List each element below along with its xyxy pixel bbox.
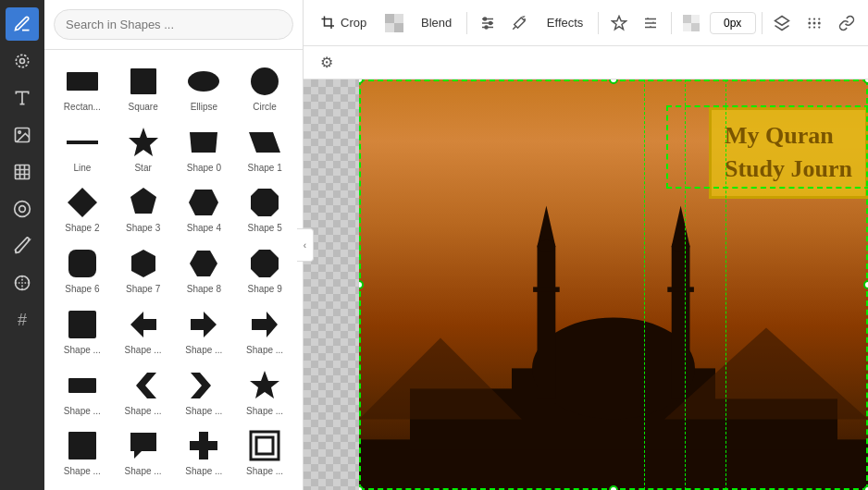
svg-point-8 xyxy=(188,71,219,92)
shape-chevron-right[interactable]: Shape ... xyxy=(176,363,233,421)
dots-icon xyxy=(806,15,823,31)
px-input[interactable] xyxy=(710,12,756,34)
svg-point-54 xyxy=(818,18,820,19)
shape-star[interactable]: Star xyxy=(115,120,172,178)
shape-arrow-left[interactable]: Shape ... xyxy=(115,302,172,360)
gradient-tool-btn[interactable] xyxy=(6,266,39,300)
svg-point-52 xyxy=(808,18,810,19)
image-tool-btn[interactable] xyxy=(6,118,39,152)
brush-tool-btn[interactable] xyxy=(6,229,39,263)
shape-1[interactable]: Shape 1 xyxy=(236,120,293,178)
shape-arrow-right2[interactable]: Shape ... xyxy=(236,302,293,360)
text-tool-btn[interactable] xyxy=(6,81,39,115)
shape-7[interactable]: Shape 7 xyxy=(115,241,172,299)
svg-marker-23 xyxy=(130,312,156,337)
crop-btn[interactable]: Crop xyxy=(311,9,376,37)
shape-6[interactable]: Shape 6 xyxy=(54,241,111,299)
shape-line[interactable]: Line xyxy=(54,120,111,178)
magic-wand-icon-btn[interactable] xyxy=(505,7,534,39)
shape-circle[interactable]: Circle xyxy=(236,59,293,116)
settings-gear-btn[interactable]: ⚙ xyxy=(311,47,342,79)
shape-8[interactable]: Shape 8 xyxy=(176,241,233,299)
toolbar-divider-2 xyxy=(598,12,599,34)
shape-arrow-sq[interactable]: Shape ... xyxy=(54,302,111,360)
svg-point-40 xyxy=(483,18,486,20)
effects-label: Effects xyxy=(547,16,584,30)
svg-marker-27 xyxy=(136,373,156,398)
link-icon xyxy=(838,15,855,31)
shape-3[interactable]: Shape 3 xyxy=(115,180,172,238)
shape-2[interactable]: Shape 2 xyxy=(54,180,111,238)
canvas-area[interactable]: My Quran Study Journ xyxy=(304,80,868,490)
svg-marker-21 xyxy=(251,250,279,277)
svg-rect-18 xyxy=(68,250,96,277)
handle-br[interactable] xyxy=(863,485,868,490)
settings-row: ⚙ xyxy=(304,46,868,80)
shape-4[interactable]: Shape 4 xyxy=(176,180,233,238)
handle-bc[interactable] xyxy=(609,485,618,490)
shape-9[interactable]: Shape 9 xyxy=(236,241,293,299)
shape-frame[interactable]: Shape ... xyxy=(236,423,293,481)
crop-label: Crop xyxy=(341,16,366,30)
mask-tool-btn[interactable] xyxy=(6,192,39,226)
handle-mr[interactable] xyxy=(863,280,868,289)
shape-square[interactable]: Square xyxy=(115,59,172,116)
select-tool-btn[interactable] xyxy=(6,44,39,78)
adjust-icon-btn[interactable] xyxy=(473,7,502,39)
pen-tool-btn[interactable] xyxy=(6,7,39,41)
shape-cross[interactable]: Shape ... xyxy=(176,423,233,481)
svg-marker-24 xyxy=(191,312,217,337)
node-icon-btn[interactable] xyxy=(637,7,665,39)
svg-marker-11 xyxy=(129,128,158,156)
svg-marker-71 xyxy=(359,337,522,419)
svg-rect-45 xyxy=(691,23,700,31)
shape-sq2[interactable]: Shape ... xyxy=(54,423,111,481)
shape-star5[interactable]: Shape ... xyxy=(236,363,293,421)
grid-tool-btn[interactable]: # xyxy=(6,303,39,337)
svg-point-55 xyxy=(808,26,810,28)
left-toolbar: # xyxy=(0,0,44,490)
svg-rect-7 xyxy=(130,68,156,94)
svg-rect-6 xyxy=(67,72,98,91)
shape-speech[interactable]: Shape ... xyxy=(115,423,172,481)
blend-btn[interactable]: Blend xyxy=(412,10,461,35)
link-icon-btn[interactable] xyxy=(832,7,861,39)
table-tool-btn[interactable] xyxy=(6,155,39,189)
layers-icon xyxy=(774,15,790,31)
layers-icon-btn[interactable] xyxy=(768,7,797,39)
svg-rect-46 xyxy=(691,15,700,23)
bg-checker-btn[interactable] xyxy=(677,7,706,39)
svg-marker-29 xyxy=(250,371,279,398)
svg-rect-36 xyxy=(385,23,394,32)
shapes-search-input[interactable] xyxy=(54,9,293,40)
svg-rect-34 xyxy=(394,23,403,32)
svg-marker-12 xyxy=(190,132,217,153)
svg-rect-67 xyxy=(533,287,560,292)
dots-icon-btn[interactable] xyxy=(800,7,828,39)
svg-marker-43 xyxy=(612,16,626,29)
star-icon-btn[interactable] xyxy=(604,7,633,39)
shape-sq-arrow[interactable]: Shape ... xyxy=(54,363,111,421)
shape-ellipse[interactable]: Ellipse xyxy=(176,59,233,116)
svg-point-9 xyxy=(251,67,279,95)
effects-btn[interactable]: Effects xyxy=(538,10,593,35)
shape-5[interactable]: Shape 5 xyxy=(236,180,293,238)
shape-0[interactable]: Shape 0 xyxy=(176,120,233,178)
svg-marker-65 xyxy=(672,205,690,246)
canvas-outside-left xyxy=(304,80,359,490)
text-overlay[interactable]: My Quran Study Journ xyxy=(709,107,868,199)
blend-checkerboard-icon-btn[interactable] xyxy=(379,7,408,39)
svg-point-57 xyxy=(818,26,820,28)
shapes-panel-collapse-btn[interactable]: ‹ xyxy=(297,228,314,262)
star-icon xyxy=(611,15,627,31)
shape-rectangle[interactable]: Rectan... xyxy=(54,59,111,116)
shape-arrow-right[interactable]: Shape ... xyxy=(176,302,233,360)
svg-point-42 xyxy=(485,26,488,29)
svg-rect-33 xyxy=(385,14,394,23)
svg-point-66 xyxy=(672,239,690,251)
shape-chevron-left[interactable]: Shape ... xyxy=(115,363,172,421)
svg-rect-26 xyxy=(68,378,96,393)
svg-rect-47 xyxy=(683,23,691,31)
gear-icon: ⚙ xyxy=(320,54,333,71)
svg-rect-30 xyxy=(68,432,96,459)
